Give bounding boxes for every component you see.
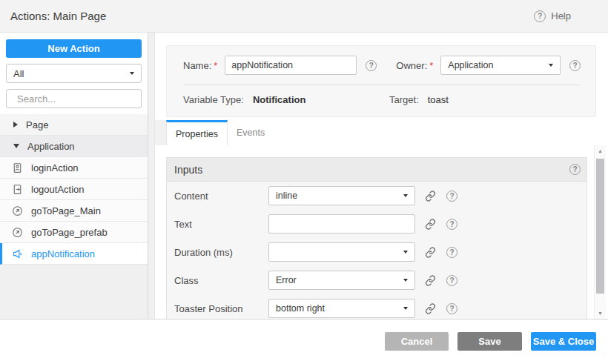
dropdown-value: Error [276,275,297,285]
input-row-label: Toaster Position [174,303,268,314]
tree-group-label: Page [26,119,48,130]
help-icon[interactable]: ? [446,191,457,202]
owner-label: Owner: [396,60,427,71]
input-row-content: Content inline ? [167,182,586,210]
dialog-header: Actions: Main Page ? Help [0,0,608,33]
help-icon[interactable]: ? [569,60,581,71]
dropdown-arrow-icon [403,194,408,197]
help-label: Help [551,10,571,21]
save-button[interactable]: Save [457,332,522,351]
help-icon[interactable]: ? [569,164,581,175]
input-row-label: Text [174,219,268,230]
link-icon[interactable] [425,247,436,258]
input-row-text: Text ? [167,210,586,238]
help-icon[interactable]: ? [446,303,457,314]
tree-item-label: appNotification [31,248,95,259]
actions-dialog: Actions: Main Page ? Help New Action All [0,0,608,364]
dropdown-arrow-icon [403,279,408,282]
dropdown-arrow-icon [549,64,553,67]
link-icon[interactable] [425,275,436,286]
value-dropdown[interactable]: Error [268,271,415,290]
help-icon[interactable]: ? [446,247,457,258]
page-title: Actions: Main Page [10,10,106,22]
caret-down-icon [13,144,19,148]
tab-bar: Properties Events [155,120,608,145]
tree-group-label: Application [27,141,75,152]
sidebar-item-goToPage_prefab[interactable]: goToPage_prefab [0,222,148,243]
tab-bar-lead [155,120,166,145]
sidebar-item-logoutAction[interactable]: logoutAction [0,179,148,200]
sidebar-empty-area [0,265,148,319]
value-dropdown[interactable]: inline [268,186,415,205]
dropdown-arrow-icon [403,307,408,310]
cancel-button[interactable]: Cancel [385,332,449,351]
tree-item-label: logoutAction [31,184,85,195]
sidebar-item-appNotification[interactable]: appNotification [0,243,148,265]
action-detail-pane: Name: * ? Owner: * Application ? Variabl… [155,33,608,319]
inputs-title: Inputs [174,164,202,176]
filter-value: All [13,68,24,79]
vertical-scrollbar[interactable]: ▲ ▼ [594,145,606,319]
help-icon[interactable]: ? [366,60,377,71]
caret-right-icon [13,122,18,128]
actions-sidebar: New Action All Page Application [0,33,148,319]
tree-group-page[interactable]: Page [0,114,148,136]
dropdown-arrow-icon [403,251,408,254]
inputs-panel: Inputs ? Content inline ? Text ? Duratio… [166,157,587,319]
input-row-duration-ms-: Duration (ms) ? [167,238,586,266]
inputs-panel-header: Inputs ? [167,158,586,182]
new-action-button[interactable]: New Action [6,39,142,58]
help-icon[interactable]: ? [446,219,457,230]
login-icon [12,162,23,173]
panel-divider [148,33,155,319]
scroll-down-arrow-icon[interactable]: ▼ [595,311,606,316]
link-icon[interactable] [425,191,436,202]
required-marker: * [214,60,217,71]
sidebar-item-loginAction[interactable]: loginAction [0,157,148,179]
action-summary-card: Name: * ? Owner: * Application ? Variabl… [166,45,596,117]
notification-icon [12,248,23,259]
go-to-page-icon [12,227,23,238]
link-icon[interactable] [425,219,436,230]
owner-dropdown[interactable]: Application [440,56,561,75]
dropdown-arrow-icon [130,72,134,75]
variable-type-value: Notification [253,94,306,105]
tree-group-application[interactable]: Application [0,136,148,157]
save-close-button[interactable]: Save & Close [531,332,596,351]
tree-item-label: goToPage_Main [31,205,101,216]
dialog-body: New Action All Page Application [0,33,608,320]
name-label: Name: [183,60,211,71]
value-dropdown[interactable]: bottom right [268,299,415,318]
tree-item-label: loginAction [31,162,79,173]
value-input[interactable] [268,214,415,234]
filter-dropdown[interactable]: All [6,64,142,83]
scroll-up-arrow-icon[interactable]: ▲ [595,148,606,153]
input-row-toaster-position: Toaster Position bottom right ? [167,294,586,319]
tab-events[interactable]: Events [228,120,274,145]
logout-icon [12,184,23,195]
link-icon[interactable] [425,303,436,314]
dropdown-value: inline [276,191,297,201]
help-icon: ? [534,10,546,22]
scrollbar-thumb[interactable] [596,159,604,294]
variable-type-label: Variable Type: [183,94,244,105]
actions-tree: Page Application loginAction logoutActio… [0,114,148,319]
owner-value: Application [448,60,493,70]
value-dropdown[interactable] [268,242,415,262]
input-row-label: Duration (ms) [174,247,268,258]
target-value: toast [428,94,449,105]
input-row-class: Class Error ? [167,266,586,294]
sidebar-item-goToPage_Main[interactable]: goToPage_Main [0,200,148,222]
dropdown-value: bottom right [276,303,325,314]
required-marker: * [429,60,433,71]
help-icon[interactable]: ? [446,275,457,286]
tree-item-label: goToPage_prefab [31,227,108,238]
input-row-label: Class [174,275,268,286]
header-help-link[interactable]: ? Help [534,10,571,22]
name-field[interactable] [225,56,357,75]
search-input[interactable] [17,93,148,105]
input-row-label: Content [174,191,268,202]
tab-properties[interactable]: Properties [166,120,228,145]
go-to-page-icon [12,205,23,216]
target-label: Target: [389,94,419,105]
